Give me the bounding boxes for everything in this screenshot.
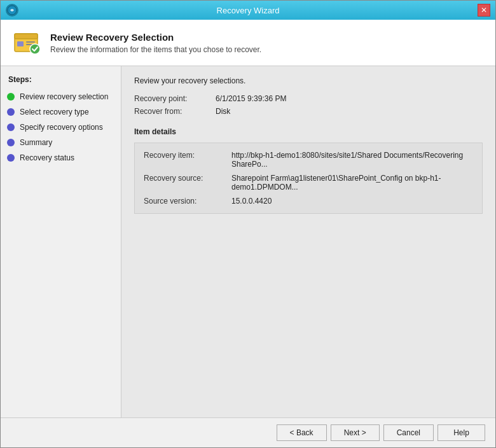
next-button[interactable]: Next > [331, 424, 380, 441]
main-intro-text: Review your recovery selections. [134, 76, 483, 85]
recovery-info-grid: Recovery point: 6/1/2015 9:39:36 PM Reco… [134, 93, 483, 117]
close-button[interactable]: ✕ [478, 4, 490, 17]
back-button[interactable]: < Back [277, 424, 327, 441]
step-indicator-review [7, 93, 15, 101]
sidebar-item-status: Recovery status [1, 150, 121, 165]
source-version-value: 15.0.0.4420 [231, 195, 473, 207]
wizard-header-subtitle: Review the information for the items tha… [50, 45, 261, 54]
window-title: Recovery Wizard [18, 6, 478, 15]
cancel-button[interactable]: Cancel [383, 424, 434, 441]
source-version-label: Source version: [144, 195, 226, 207]
svg-rect-4 [26, 41, 35, 43]
help-button[interactable]: Help [437, 424, 485, 441]
svg-point-6 [30, 44, 40, 54]
sidebar-label-review: Review recovery selection [20, 92, 108, 101]
recovery-point-value: 6/1/2015 9:39:36 PM [216, 93, 483, 104]
recover-from-value: Disk [216, 106, 483, 117]
wizard-header-title: Review Recovery Selection [50, 32, 261, 43]
sidebar-item-select-type: Select recovery type [1, 104, 121, 120]
title-bar: Recovery Wizard ✕ [1, 1, 495, 20]
sidebar-item-specify: Specify recovery options [1, 120, 121, 135]
item-details-box: Recovery item: http://bkp-h1-demo1:8080/… [134, 143, 483, 214]
recover-from-label: Recover from: [134, 106, 210, 117]
step-indicator-status [7, 154, 15, 162]
sidebar-label-select: Select recovery type [20, 108, 89, 116]
wizard-header-text: Review Recovery Selection Review the inf… [50, 32, 261, 54]
app-icon [6, 4, 18, 17]
recovery-item-label: Recovery item: [144, 150, 226, 170]
sidebar-item-summary: Summary [1, 135, 121, 150]
step-indicator-specify [7, 123, 15, 131]
item-details-section-title: Item details [134, 127, 483, 137]
step-indicator-select [7, 108, 15, 116]
wizard-header: Review Recovery Selection Review the inf… [1, 20, 495, 66]
sidebar-item-review: Review recovery selection [1, 89, 121, 104]
recovery-wizard-window: Recovery Wizard ✕ Review Recovery Select… [0, 0, 496, 448]
item-details-grid: Recovery item: http://bkp-h1-demo1:8080/… [144, 150, 473, 207]
svg-rect-3 [17, 41, 24, 46]
recovery-item-value: http://bkp-h1-demo1:8080/sites/site1/Sha… [231, 150, 473, 170]
wizard-footer: < Back Next > Cancel Help [1, 417, 495, 447]
recovery-point-label: Recovery point: [134, 93, 210, 104]
sidebar-label-specify: Specify recovery options [20, 123, 103, 132]
sidebar-title: Steps: [1, 73, 121, 89]
sidebar-label-status: Recovery status [20, 153, 74, 162]
step-indicator-summary [7, 139, 15, 146]
sidebar: Steps: Review recovery selection Select … [1, 66, 121, 417]
recovery-source-label: Recovery source: [144, 172, 226, 193]
svg-rect-2 [15, 34, 38, 39]
sidebar-label-summary: Summary [20, 138, 52, 147]
content-area: Steps: Review recovery selection Select … [1, 66, 495, 417]
wizard-icon [11, 27, 41, 58]
recovery-source-value: Sharepoint Farm\ag1listener01\SharePoint… [231, 172, 473, 193]
main-content: Review your recovery selections. Recover… [121, 66, 495, 417]
